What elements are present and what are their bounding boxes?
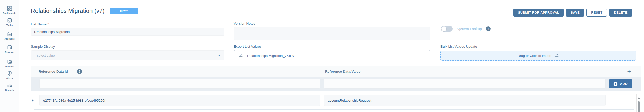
reference-data-table: Reference Data Id ? Reference Data Value…: [31, 66, 641, 112]
journeys-icon: [0, 31, 19, 37]
plus-circle-icon: [613, 82, 618, 86]
table-header: Reference Data Id ? Reference Data Value…: [31, 66, 641, 77]
dashboards-icon: [0, 6, 19, 11]
sidebar-item-tasks[interactable]: Tasks: [0, 18, 19, 26]
sample-display-select[interactable]: - select value - ▼: [31, 50, 224, 60]
export-download-button[interactable]: Relationships Migration_v7.csv: [234, 50, 430, 61]
system-lookup-group: System Lookup ?: [441, 26, 491, 32]
column-header-reference-data-id: Reference Data Id: [39, 70, 68, 73]
header: Relationships Migration (v7) Draft: [31, 8, 138, 14]
select-placeholder: - select value -: [35, 54, 57, 57]
table-row: e27741fa-986a-4e25-b988-efcce495250f acc…: [31, 95, 641, 106]
row-reference-data-value-input[interactable]: accountRelationshipRequest: [324, 95, 606, 106]
column-header-reference-data-value: Reference Data Value: [325, 70, 360, 73]
download-icon: [238, 53, 243, 58]
sidebar-item-label: Journeys: [0, 38, 19, 40]
sidebar-item-dashboards[interactable]: Dashboards: [0, 6, 19, 14]
sample-display-field: Sample Display - select value - ▼: [31, 45, 224, 60]
system-lookup-toggle[interactable]: [441, 26, 453, 32]
reset-button[interactable]: RESET: [586, 9, 607, 17]
tasks-icon: [0, 18, 19, 23]
sidebar-item-label: Entities: [0, 65, 19, 68]
filter-input-reference-data-value[interactable]: [324, 79, 606, 89]
submit-for-approval-button[interactable]: SUBMIT FOR APPROVAL: [513, 9, 564, 17]
page-title: Relationships Migration (v7): [31, 8, 105, 14]
version-notes-field: Version Notes: [234, 22, 430, 40]
sidebar-item-label: Reviews: [0, 51, 19, 53]
list-name-label: List Name*: [31, 22, 224, 26]
add-button-label: ADD: [620, 82, 628, 86]
system-lookup-label: System Lookup: [457, 27, 482, 31]
reference-data-id-help-icon[interactable]: ?: [77, 69, 82, 74]
alerts-icon: [0, 71, 19, 76]
sidebar-item-reports[interactable]: Reports: [0, 83, 19, 91]
add-button[interactable]: ADD: [609, 79, 632, 88]
version-notes-textarea[interactable]: [234, 27, 430, 40]
system-lookup-help-icon[interactable]: ?: [486, 26, 491, 31]
table-rows-area: e27741fa-986a-4e25-b988-efcce495250f acc…: [31, 91, 641, 112]
row-reference-data-id-input[interactable]: e27741fa-986a-4e25-b988-efcce495250f: [39, 95, 320, 106]
export-list-values-label: Export List Values: [234, 45, 430, 49]
reviews-icon: [0, 45, 19, 50]
toggle-knob: [441, 26, 446, 31]
sidebar-item-entities[interactable]: Entities: [0, 59, 19, 68]
list-name-label-text: List Name: [31, 22, 47, 26]
delete-button[interactable]: DELETE: [609, 9, 632, 17]
row-divider: [34, 109, 634, 110]
sample-display-label: Sample Display: [31, 45, 224, 49]
bulk-update-label: Bulk List Values Update: [440, 45, 636, 49]
sidebar: Dashboards Tasks Journeys: [0, 0, 19, 112]
upload-icon: [555, 53, 559, 58]
filter-input-reference-data-id[interactable]: [39, 79, 320, 89]
entities-icon: [0, 59, 19, 64]
list-name-field: List Name* Relationships Migration: [31, 22, 224, 36]
required-asterisk: *: [48, 22, 49, 26]
dropzone-text: Drag or Click to import: [518, 54, 551, 58]
table-filter-row: ADD: [31, 77, 641, 91]
drag-handle-icon[interactable]: [32, 98, 35, 104]
sidebar-item-alerts[interactable]: Alerts: [0, 71, 19, 79]
sidebar-item-journeys[interactable]: Journeys: [0, 31, 19, 40]
save-button[interactable]: SAVE: [566, 9, 584, 17]
chevron-down-icon: ▼: [218, 54, 220, 57]
sidebar-item-reviews[interactable]: Reviews: [0, 45, 19, 53]
sidebar-item-label: Tasks: [0, 24, 19, 26]
bulk-update-field: Bulk List Values Update Drag or Click to…: [440, 45, 636, 61]
action-buttons: SUBMIT FOR APPROVAL SAVE RESET DELETE: [513, 9, 632, 17]
export-list-values-field: Export List Values Relationships Migrati…: [234, 45, 430, 61]
add-row-plus-icon[interactable]: +: [627, 67, 631, 75]
scrollbar-up-arrow[interactable]: [638, 97, 640, 99]
status-badge: Draft: [110, 8, 138, 14]
vertical-scrollbar[interactable]: [636, 94, 641, 112]
app-screen: Dashboards Tasks Journeys: [0, 0, 644, 112]
list-name-input[interactable]: Relationships Migration: [31, 28, 224, 36]
export-file-name: Relationships Migration_v7.csv: [247, 54, 294, 58]
sidebar-item-label: Reports: [0, 89, 19, 91]
version-notes-label: Version Notes: [234, 22, 430, 25]
sidebar-item-label: Alerts: [0, 77, 19, 79]
sidebar-item-label: Dashboards: [0, 12, 19, 14]
reports-icon: [0, 83, 19, 88]
import-dropzone[interactable]: Drag or Click to import: [440, 51, 636, 61]
scrollbar-thumb[interactable]: [638, 101, 640, 112]
